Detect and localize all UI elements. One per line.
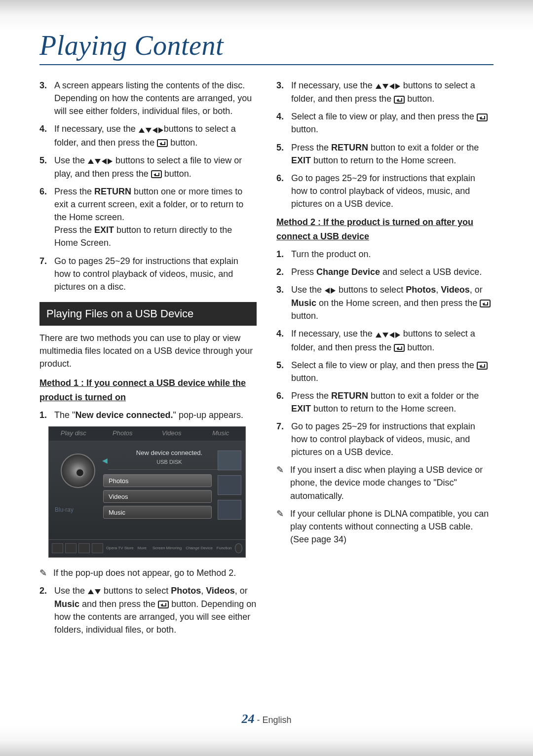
shot-thumb — [218, 475, 241, 495]
step-number: 7. — [39, 255, 54, 293]
disc-label: Blu-ray — [55, 506, 74, 514]
step-text: Use the buttons to select a file to view… — [54, 154, 257, 180]
ui-screenshot: Play disc Photos Videos Music Blu-ray ◀ … — [48, 426, 246, 558]
direction-icons — [87, 154, 113, 167]
note-icon: ✎ — [276, 507, 290, 546]
shot-tab: Play disc — [49, 429, 98, 438]
list-item: 4. Select a file to view or play, and th… — [276, 110, 494, 136]
list-item: 6. Go to pages 25~29 for instructions th… — [276, 172, 494, 210]
list-item: 1. The "New device connected." pop-up ap… — [39, 409, 257, 421]
step-text: Press the RETURN button one or more time… — [54, 185, 257, 249]
step-number: 5. — [276, 141, 291, 167]
step-text: Press the RETURN button to exit a folder… — [291, 389, 494, 415]
text: Select a file to view or play, and then … — [291, 112, 477, 121]
step-text: Select a file to view or play, and then … — [291, 110, 494, 136]
list-item: 1. Turn the product on. — [276, 248, 494, 261]
exit-label: EXIT — [291, 404, 311, 414]
text: , or — [470, 285, 483, 295]
step-text: If necessary, use the buttons to select … — [291, 79, 494, 105]
text: button. — [405, 94, 434, 104]
footer-app-icon — [65, 543, 76, 553]
list-item: 3. Use the buttons to select Photos, Vid… — [276, 283, 494, 322]
note-icon: ✎ — [276, 463, 290, 502]
shot-thumb — [218, 500, 241, 520]
shot-popup-sub: USB DISK — [108, 458, 230, 470]
step-text: Use the buttons to select Photos, Videos… — [291, 283, 494, 322]
list-item: 2. Press Change Device and select a USB … — [276, 265, 494, 278]
text: button. — [291, 311, 318, 321]
step-text: Go to pages 25~29 for instructions that … — [54, 255, 257, 293]
step-text: Select a file to view or play, and then … — [291, 359, 494, 384]
music-label: Music — [291, 298, 316, 308]
text: " pop-up appears. — [173, 410, 244, 420]
text: Select a file to view or play, and then … — [291, 360, 477, 370]
list-item: 4. If necessary, use the buttons to sele… — [39, 122, 257, 149]
note-text: If the pop-up does not appear, go to Met… — [53, 567, 257, 579]
text: If necessary, use the — [291, 329, 375, 339]
enter-icon — [158, 601, 169, 608]
shot-tab: Music — [196, 429, 246, 438]
photos-label: Photos — [171, 586, 201, 596]
text: button. — [291, 373, 318, 383]
step-text: Use the buttons to select Photos, Videos… — [54, 584, 257, 637]
text: button. — [168, 138, 197, 148]
footer-app-icon — [78, 543, 90, 553]
shot-tab: Videos — [147, 429, 196, 438]
text: buttons to select — [336, 285, 406, 295]
step-text: If necessary, use the buttons to select … — [291, 327, 494, 353]
page-footer: 24 - English — [0, 712, 533, 726]
text: Use the — [54, 586, 87, 596]
page-title: Playing Content — [39, 30, 494, 65]
text: , — [201, 586, 206, 596]
step-number: 6. — [39, 185, 54, 249]
text: button. — [162, 169, 191, 179]
list-item: 7. Go to pages 25~29 for instructions th… — [276, 420, 494, 458]
enter-icon — [151, 170, 162, 178]
text: , or — [235, 586, 248, 596]
enter-icon — [477, 113, 488, 121]
enter-icon — [394, 344, 405, 352]
step-number: 6. — [276, 172, 291, 210]
left-right-icons — [324, 284, 336, 297]
list-item: 7. Go to pages 25~29 for instructions th… — [39, 255, 257, 293]
list-item: 4. If necessary, use the buttons to sele… — [276, 327, 494, 353]
step-text: Press the RETURN button to exit a folder… — [291, 141, 494, 167]
up-down-icons — [87, 585, 101, 598]
method1-heading: Method 1 : If you connect a USB device w… — [39, 376, 257, 405]
text: button to return to the Home screen. — [311, 404, 456, 414]
method2-heading: Method 2 : If the product is turned on a… — [276, 215, 494, 244]
text: button. — [291, 124, 318, 134]
step-text: If necessary, use the buttons to select … — [54, 122, 257, 149]
shot-tab: Photos — [98, 429, 148, 438]
note: ✎ If your cellular phone is DLNA compati… — [276, 507, 494, 546]
left-arrow-icon: ◀ — [102, 455, 108, 465]
note-text: If your cellular phone is DLNA compatibl… — [290, 507, 494, 546]
disc-icon — [61, 454, 95, 488]
list-item: 3. A screen appears listing the contents… — [39, 79, 257, 117]
step-number: 3. — [276, 283, 291, 322]
step-number: 2. — [39, 584, 54, 637]
text: The " — [54, 410, 75, 420]
text: and then press the — [79, 599, 158, 609]
return-label: RETURN — [331, 143, 368, 152]
exit-label: EXIT — [94, 225, 114, 235]
right-column: 3. If necessary, use the buttons to sele… — [276, 79, 494, 641]
enter-icon — [157, 139, 168, 147]
step-text: Press Change Device and select a USB dev… — [291, 265, 494, 278]
list-item: 6. Press the RETURN button one or more t… — [39, 185, 257, 249]
text: Press the — [291, 143, 331, 152]
step-text: Go to pages 25~29 for instructions that … — [291, 172, 494, 210]
list-item: 5. Select a file to view or play, and th… — [276, 359, 494, 384]
step-number: 3. — [276, 79, 291, 105]
photos-label: Photos — [406, 285, 436, 295]
return-label: RETURN — [331, 391, 368, 401]
enter-icon — [480, 300, 491, 307]
step-text: The "New device connected." pop-up appea… — [54, 409, 257, 421]
footer-label: Function — [216, 545, 233, 551]
change-device-label: Change Device — [316, 267, 380, 277]
note: ✎ If you insert a disc when playing a US… — [276, 463, 494, 502]
note-icon: ✎ — [39, 567, 53, 579]
enter-icon — [394, 96, 405, 104]
left-column: 3. A screen appears listing the contents… — [39, 79, 257, 641]
text: Press the — [54, 225, 94, 235]
